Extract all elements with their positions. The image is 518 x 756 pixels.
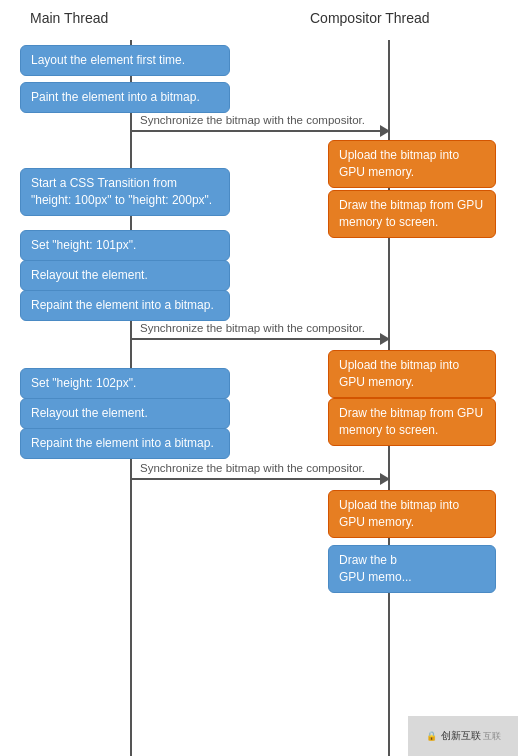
box-set-height-102: Set "height: 102px".	[20, 368, 230, 399]
box-layout-first: Layout the element first time.	[20, 45, 230, 76]
box-upload-gpu-2: Upload the bitmap into GPU memory.	[328, 350, 496, 398]
watermark: 🔒 创新互联 互联	[408, 716, 518, 756]
box-repaint-2: Repaint the element into a bitmap.	[20, 428, 230, 459]
main-thread-label: Main Thread	[30, 10, 108, 26]
sync-arrow-3	[131, 478, 389, 480]
sync-arrow-2	[131, 338, 389, 340]
sync-label-2: Synchronize the bitmap with the composit…	[140, 322, 365, 334]
box-draw-gpu-3-partial: Draw the bGPU memo...	[328, 545, 496, 593]
box-set-height-101: Set "height: 101px".	[20, 230, 230, 261]
sync-label-1: Synchronize the bitmap with the composit…	[140, 114, 365, 126]
sync-arrow-1	[131, 130, 389, 132]
box-paint-first: Paint the element into a bitmap.	[20, 82, 230, 113]
box-draw-gpu-1: Draw the bitmap from GPU memory to scree…	[328, 190, 496, 238]
compositor-thread-label: Compositor Thread	[310, 10, 430, 26]
box-draw-gpu-2: Draw the bitmap from GPU memory to scree…	[328, 398, 496, 446]
box-relayout-2: Relayout the element.	[20, 398, 230, 429]
box-start-transition: Start a CSS Transition from "height: 100…	[20, 168, 230, 216]
box-repaint-1: Repaint the element into a bitmap.	[20, 290, 230, 321]
sync-label-3: Synchronize the bitmap with the composit…	[140, 462, 365, 474]
diagram: Main Thread Compositor Thread Layout the…	[0, 0, 518, 756]
box-relayout-1: Relayout the element.	[20, 260, 230, 291]
box-upload-gpu-3: Upload the bitmap into GPU memory.	[328, 490, 496, 538]
box-upload-gpu-1: Upload the bitmap into GPU memory.	[328, 140, 496, 188]
